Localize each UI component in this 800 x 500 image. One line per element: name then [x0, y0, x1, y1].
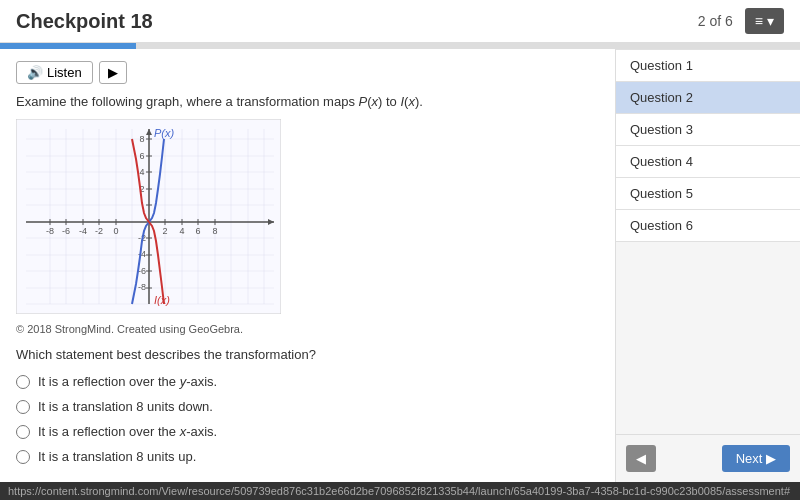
sidebar-item-question-4[interactable]: Question 4 [616, 146, 800, 178]
question-prompt: Which statement best describes the trans… [16, 347, 599, 362]
sidebar-item-question-5[interactable]: Question 5 [616, 178, 800, 210]
sidebar-nav: ◀ Next ▶ [616, 434, 800, 482]
menu-icon: ≡ [755, 13, 763, 29]
sidebar-item-question-1[interactable]: Question 1 [616, 49, 800, 82]
url-bar: https://content.strongmind.com/View/reso… [0, 482, 800, 500]
speaker-icon: 🔊 [27, 65, 43, 80]
option-2[interactable]: It is a translation 8 units down. [16, 399, 599, 414]
graph-container: -8 -6 -4 -2 0 2 4 6 8 8 6 4 2 -2 -4 -6 -… [16, 119, 281, 314]
option-3-label: It is a reflection over the x-axis. [38, 424, 217, 439]
listen-bar: 🔊 Listen ▶ [16, 61, 599, 84]
prev-icon: ◀ [636, 451, 646, 466]
top-bar-right: 2 of 6 ≡ ▾ [698, 8, 784, 34]
svg-text:8: 8 [212, 226, 217, 236]
svg-text:-6: -6 [62, 226, 70, 236]
svg-text:2: 2 [162, 226, 167, 236]
menu-button[interactable]: ≡ ▾ [745, 8, 784, 34]
option-1-label: It is a reflection over the y-axis. [38, 374, 217, 389]
radio-1[interactable] [16, 375, 30, 389]
option-2-label: It is a translation 8 units down. [38, 399, 213, 414]
graph-svg: -8 -6 -4 -2 0 2 4 6 8 8 6 4 2 -2 -4 -6 -… [16, 119, 281, 314]
svg-text:-8: -8 [46, 226, 54, 236]
top-bar: Checkpoint 18 2 of 6 ≡ ▾ [0, 0, 800, 43]
option-4[interactable]: It is a translation 8 units up. [16, 449, 599, 464]
option-1[interactable]: It is a reflection over the y-axis. [16, 374, 599, 389]
page-title: Checkpoint 18 [16, 10, 153, 33]
svg-text:-2: -2 [95, 226, 103, 236]
sidebar-item-question-3[interactable]: Question 3 [616, 114, 800, 146]
main-layout: 🔊 Listen ▶ Examine the following graph, … [0, 49, 800, 482]
svg-text:6: 6 [139, 151, 144, 161]
graph-credit: © 2018 StrongMind. Created using GeoGebr… [16, 323, 599, 335]
sidebar-item-question-2[interactable]: Question 2 [616, 82, 800, 114]
svg-text:8: 8 [139, 134, 144, 144]
menu-icon-chevron: ▾ [767, 13, 774, 29]
option-4-label: It is a translation 8 units up. [38, 449, 196, 464]
svg-text:4: 4 [179, 226, 184, 236]
next-label: Next ▶ [736, 451, 776, 466]
content-area: 🔊 Listen ▶ Examine the following graph, … [0, 49, 615, 482]
play-button[interactable]: ▶ [99, 61, 127, 84]
listen-button[interactable]: 🔊 Listen [16, 61, 93, 84]
play-icon: ▶ [108, 65, 118, 80]
svg-text:-8: -8 [138, 282, 146, 292]
radio-2[interactable] [16, 400, 30, 414]
next-button[interactable]: Next ▶ [722, 445, 790, 472]
radio-3[interactable] [16, 425, 30, 439]
sidebar-questions: Question 1 Question 2 Question 3 Questio… [616, 49, 800, 434]
radio-4[interactable] [16, 450, 30, 464]
listen-label: Listen [47, 65, 82, 80]
prev-button[interactable]: ◀ [626, 445, 656, 472]
option-3[interactable]: It is a reflection over the x-axis. [16, 424, 599, 439]
page-counter: 2 of 6 [698, 13, 733, 29]
svg-text:4: 4 [139, 167, 144, 177]
sidebar: Question 1 Question 2 Question 3 Questio… [615, 49, 800, 482]
svg-text:P(x): P(x) [154, 127, 175, 139]
svg-text:-4: -4 [79, 226, 87, 236]
svg-text:0: 0 [113, 226, 118, 236]
question-intro: Examine the following graph, where a tra… [16, 94, 599, 109]
sidebar-item-question-6[interactable]: Question 6 [616, 210, 800, 242]
svg-text:6: 6 [195, 226, 200, 236]
